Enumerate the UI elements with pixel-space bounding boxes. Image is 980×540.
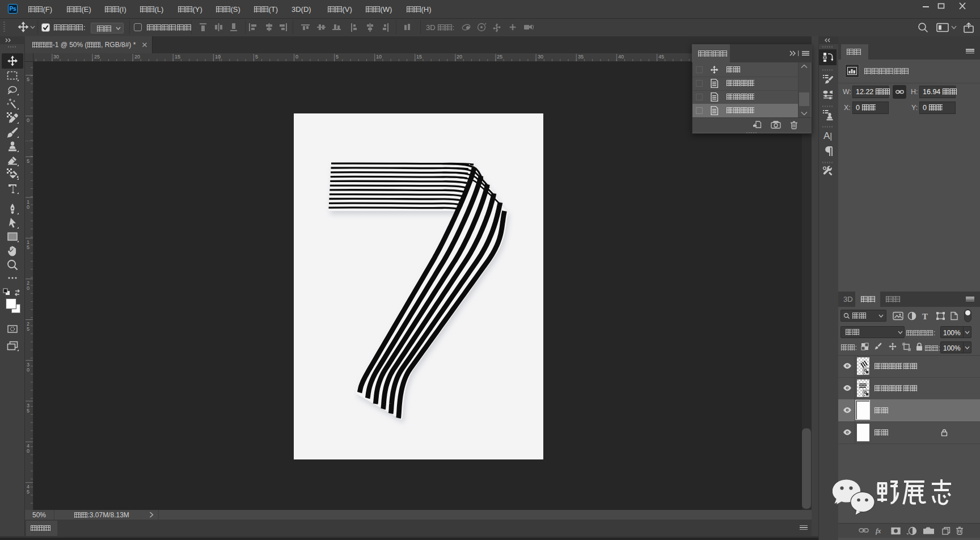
svg-text:20: 20 [457, 54, 462, 60]
svg-text:5: 5 [336, 54, 339, 60]
svg-text:5: 5 [27, 326, 29, 332]
svg-text:30: 30 [53, 54, 59, 60]
svg-text:0: 0 [27, 204, 29, 210]
svg-text:0: 0 [295, 54, 298, 60]
svg-text:25: 25 [94, 54, 100, 60]
svg-text:15: 15 [175, 54, 180, 60]
svg-text:45: 45 [658, 54, 664, 60]
svg-text:40: 40 [618, 54, 624, 60]
svg-text:20: 20 [134, 54, 140, 60]
svg-text:30: 30 [538, 54, 543, 60]
svg-text:15: 15 [416, 54, 422, 60]
svg-text:35: 35 [578, 54, 584, 60]
svg-text:5: 5 [27, 408, 29, 414]
svg-text:5: 5 [27, 77, 29, 82]
svg-text:0: 0 [27, 367, 29, 373]
svg-text:5: 5 [27, 158, 29, 164]
svg-text:0: 0 [27, 448, 29, 454]
svg-text:5: 5 [255, 54, 258, 60]
svg-text:10: 10 [376, 54, 382, 60]
svg-text:5: 5 [27, 489, 29, 495]
svg-text:T: T [922, 312, 928, 321]
svg-text:25: 25 [497, 54, 502, 60]
svg-text:0: 0 [27, 117, 29, 123]
svg-text:5: 5 [27, 244, 29, 250]
svg-text:0: 0 [27, 285, 29, 291]
